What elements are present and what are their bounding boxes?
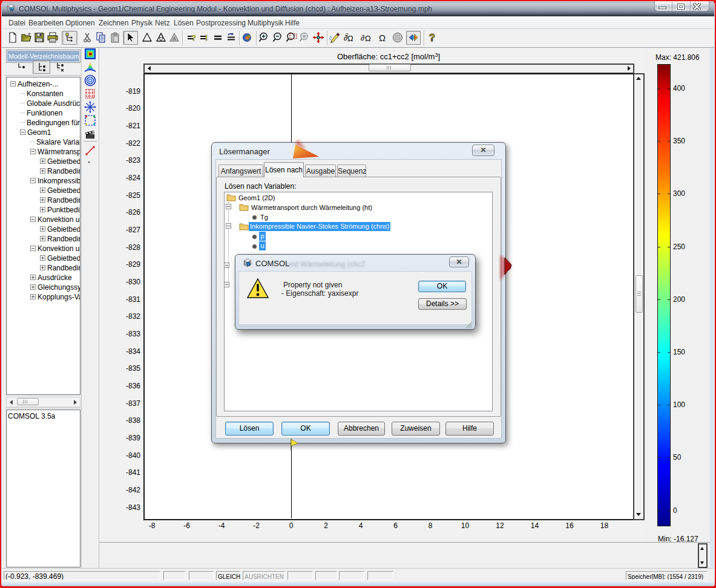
svg-text:Ω: Ω	[347, 34, 353, 43]
svg-text:?: ?	[246, 34, 251, 42]
svg-text:Ω: Ω	[379, 33, 386, 43]
svg-text:Ω: Ω	[365, 34, 371, 43]
svg-text:?: ?	[191, 33, 196, 42]
svg-text:?: ?	[429, 33, 435, 43]
svg-text:!: !	[205, 33, 208, 42]
svg-text:∂: ∂	[361, 33, 364, 42]
svg-text:2: 2	[346, 32, 349, 38]
